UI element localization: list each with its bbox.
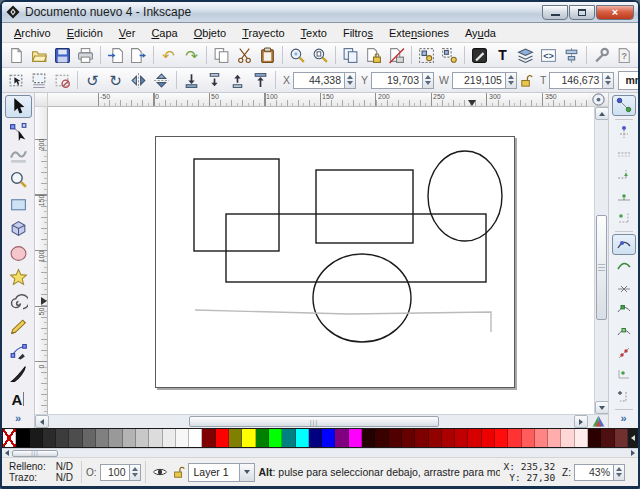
palette-swatch[interactable] [202,429,215,447]
canvas-shape-rect[interactable] [316,170,413,243]
opacity-input[interactable]: 100 [100,464,130,481]
paste-button[interactable] [256,44,279,66]
menu-filtros[interactable]: Filtros [335,25,381,41]
hscroll-track[interactable]: ||| [49,415,574,428]
redo-button[interactable]: ↷ [180,44,203,66]
canvas-shape-ellipse[interactable] [428,151,502,241]
fill-stroke-indicator[interactable]: Relleno: N/D Trazo: N/D [5,461,77,483]
zoom-spinner[interactable] [614,464,625,481]
palette-swatch[interactable] [216,429,229,447]
palette-swatch[interactable] [495,429,508,447]
zoom-drawing-button[interactable] [286,44,309,66]
palette-swatch[interactable] [16,429,29,447]
palette-swatch[interactable] [83,429,96,447]
corner-round-icon[interactable] [591,92,606,107]
document-properties-button[interactable]: ? [613,44,636,66]
box3d-tool-button[interactable] [5,217,32,240]
new-document-button[interactable] [5,44,28,66]
copy-button[interactable] [210,44,233,66]
layer-lock-toggle[interactable] [170,461,188,483]
palette-swatch[interactable] [455,429,468,447]
canvas-viewport[interactable] [48,107,594,414]
palette-swatch[interactable] [189,429,202,447]
canvas-shape-polyline[interactable] [195,310,491,332]
menu-ver[interactable]: Ver [111,25,144,41]
raise-button[interactable] [226,69,249,91]
tweak-tool-button[interactable] [5,144,32,167]
palette-swatch[interactable] [375,429,388,447]
vscroll-track[interactable]: ||| [595,120,608,401]
snap-object-centers-button[interactable] [612,364,636,385]
menu-objeto[interactable]: Objeto [186,25,234,41]
palette-swatch[interactable] [468,429,481,447]
scroll-right-button[interactable] [574,415,588,428]
w-input[interactable]: 219,105 [452,72,506,89]
palette-swatch[interactable] [508,429,521,447]
snapbar-overflow-chevron[interactable]: » [617,412,629,424]
ungroup-button[interactable] [438,44,461,66]
text-tool-button[interactable]: A [5,388,32,411]
text-dialog-button[interactable]: T [491,44,514,66]
palette-swatch[interactable] [56,429,69,447]
flip-horizontal-button[interactable] [127,69,150,91]
y-input[interactable]: 19,703 [371,72,423,89]
palette-swatch[interactable] [163,429,176,447]
enable-snapping-button[interactable] [612,95,636,116]
rotate-cw-button[interactable]: ↻ [104,69,127,91]
palette-swatch[interactable] [176,429,189,447]
palette-swatch[interactable] [429,429,442,447]
snap-nodes-button[interactable] [612,234,636,255]
palette-scroll-thumb[interactable]: ||| [12,450,58,457]
palette-swatch[interactable] [69,429,82,447]
vertical-scrollbar[interactable]: ||| [594,107,608,414]
zoom-page-button[interactable] [309,44,332,66]
node-tool-button[interactable] [5,119,32,142]
layer-dropdown-arrow[interactable] [240,463,255,482]
palette-left-arrow[interactable] [628,429,638,447]
raise-to-top-button[interactable] [249,69,272,91]
menu-archivo[interactable]: Archivo [6,25,59,41]
menu-ayuda[interactable]: Ayuda [457,25,504,41]
layers-dialog-button[interactable] [514,44,537,66]
create-clone-button[interactable] [362,44,385,66]
group-button[interactable] [415,44,438,66]
palette-swatch[interactable] [296,429,309,447]
snap-bbox-centers-button[interactable] [612,208,636,229]
color-wheel-corner[interactable] [588,415,608,428]
document-page[interactable] [155,136,515,388]
deselect-button[interactable] [51,69,74,91]
lower-button[interactable] [203,69,226,91]
canvas-shape-rect[interactable] [194,159,279,251]
unlink-clone-button[interactable] [385,44,408,66]
palette-swatch[interactable] [269,429,282,447]
menu-edición[interactable]: Edición [59,25,111,41]
palette-swatch[interactable] [123,429,136,447]
palette-swatch[interactable] [96,429,109,447]
selector-tool-button[interactable] [5,95,32,118]
palette-swatch[interactable] [256,429,269,447]
pencil-tool-button[interactable] [5,315,32,338]
canvas-shape-ellipse[interactable] [313,254,411,342]
palette-swatch[interactable] [30,429,43,447]
ellipse-tool-button[interactable] [5,241,32,264]
palette-scroll-left-button[interactable] [2,449,12,457]
menu-trayecto[interactable]: Trayecto [234,25,292,41]
palette-swatch[interactable] [43,429,56,447]
snap-line-midpoints-button[interactable] [612,342,636,363]
export-button[interactable] [127,44,150,66]
palette-swatch[interactable] [349,429,362,447]
select-all-layers-button[interactable] [28,69,51,91]
palette-swatch[interactable] [442,429,455,447]
palette-swatch[interactable] [136,429,149,447]
pen-tool-button[interactable] [5,339,32,362]
rectangle-tool-button[interactable] [5,193,32,216]
vscroll-thumb[interactable]: ||| [596,215,607,320]
palette-swatch[interactable] [335,429,348,447]
palette-swatch[interactable] [548,429,561,447]
palette-swatch[interactable] [615,429,628,447]
canvas-shape-rect[interactable] [226,214,486,282]
palette-swatch[interactable] [322,429,335,447]
palette-swatch[interactable] [389,429,402,447]
palette-swatch[interactable] [561,429,574,447]
palette-swatch[interactable] [282,429,295,447]
